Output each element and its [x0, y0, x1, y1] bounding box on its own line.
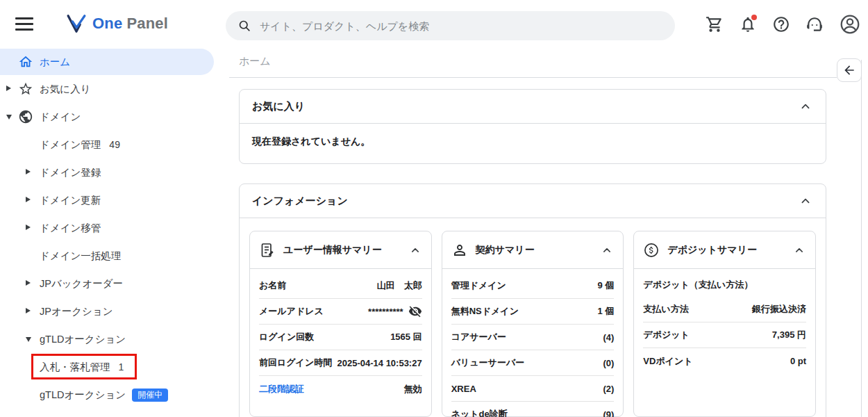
contract-summary-title: 契約サマリー — [476, 244, 535, 256]
sidebar-item-label: gTLDオークション — [40, 333, 126, 346]
expand-arrow-icon[interactable] — [26, 169, 31, 174]
row-label: デポジット — [643, 329, 690, 341]
contract-summary-card: 契約サマリー 管理ドメイン 9 個 無料NSドメイン 1 個 — [442, 231, 624, 417]
row-label: ログイン回数 — [259, 331, 314, 343]
search-input[interactable] — [260, 20, 649, 32]
expand-arrow-icon[interactable] — [6, 85, 11, 91]
sidebar-item-domain-register[interactable]: ドメイン登録 — [0, 158, 229, 186]
row-value: (0) — [603, 358, 614, 368]
sidebar-item-domain-management[interactable]: ドメイン管理 49 — [0, 131, 229, 158]
expand-arrow-icon[interactable] — [26, 308, 31, 313]
chevron-up-icon[interactable] — [798, 99, 813, 114]
information-card: インフォメーション ユーザー情報サマリー — [239, 183, 826, 417]
row-value: 7,395 円 — [772, 329, 806, 341]
help-icon[interactable] — [772, 15, 790, 33]
breadcrumb-bar: ホーム — [229, 49, 837, 78]
notifications-icon[interactable] — [739, 15, 757, 33]
table-row: 支払い方法 銀行振込決済 — [643, 297, 806, 322]
cart-icon[interactable] — [706, 15, 724, 33]
top-header: One Panel — [0, 0, 868, 49]
row-label: 管理ドメイン — [451, 279, 506, 292]
row-value: 2025-04-14 10:53:27 — [337, 358, 422, 368]
global-search[interactable] — [226, 11, 675, 40]
app-screen: One Panel — [0, 0, 868, 417]
sidebar-item-bid-management[interactable]: 入札・落札管理 1 — [0, 353, 229, 381]
sidebar-item-domain-renew[interactable]: ドメイン更新 — [0, 186, 229, 214]
dollar-circle-icon — [643, 242, 660, 259]
sidebar-item-gtld-auction-group[interactable]: gTLDオークション — [0, 325, 229, 353]
sidebar-item-jp-auction[interactable]: JPオークション — [0, 297, 229, 325]
sidebar-item-domain-bulk[interactable]: ドメイン一括処理 — [0, 242, 229, 270]
person-icon — [451, 242, 468, 259]
home-icon — [18, 54, 33, 70]
sidebar-item-label: JPバックオーダー — [40, 277, 123, 291]
chevron-up-icon[interactable] — [792, 243, 806, 257]
sidebar-item-label: gTLDオークション — [40, 389, 126, 402]
panel-collapse-button[interactable] — [837, 58, 862, 82]
row-label: デポジット（支払い方法） — [643, 279, 753, 291]
sidebar-item-label: ドメイン管理 — [40, 138, 101, 152]
collapse-arrow-icon[interactable] — [6, 115, 12, 120]
visibility-off-icon[interactable] — [408, 304, 422, 318]
expand-arrow-icon[interactable] — [26, 197, 31, 202]
user-summary-title: ユーザー情報サマリー — [283, 244, 382, 256]
information-card-header[interactable]: インフォメーション — [240, 184, 826, 218]
sidebar-item-jp-backorder[interactable]: JPバックオーダー — [0, 270, 229, 297]
arrow-left-icon — [842, 63, 856, 77]
row-value: 9 個 — [598, 279, 615, 292]
expand-arrow-icon[interactable] — [26, 224, 31, 230]
app-logo[interactable]: One Panel — [65, 13, 168, 34]
sidebar-item-favorites[interactable]: お気に入り — [0, 75, 229, 103]
deposit-summary-header[interactable]: デポジットサマリー — [634, 231, 815, 269]
sidebar-item-free-nameserver[interactable]: 無料ネームサーバー — [0, 409, 229, 417]
sidebar-item-label: ドメイン一括処理 — [40, 250, 121, 263]
support-icon[interactable] — [806, 15, 824, 33]
deposit-subheading: デポジット（支払い方法） — [643, 273, 806, 297]
row-value: ********** — [368, 304, 422, 318]
sidebar-item-label: ドメイン — [40, 111, 81, 124]
two-factor-link[interactable]: 二段階認証 — [259, 383, 304, 395]
logo-text-one: One — [92, 15, 122, 33]
breadcrumb[interactable]: ホーム — [239, 55, 271, 68]
contract-summary-rows: 管理ドメイン 9 個 無料NSドメイン 1 個 コアサーバー (4) — [442, 269, 624, 417]
table-row: XREA (2) — [451, 376, 615, 402]
table-row: VDポイント 0 pt — [643, 348, 806, 374]
sidebar-item-label: 入札・落札管理 — [40, 361, 110, 374]
row-value: 山田 太郎 — [377, 279, 422, 292]
row-value: 銀行振込決済 — [752, 303, 806, 316]
user-summary-header[interactable]: ユーザー情報サマリー — [250, 231, 431, 269]
row-label: ネットde診断 — [451, 408, 508, 417]
search-icon — [237, 19, 251, 33]
row-label: XREA — [451, 384, 476, 394]
deposit-summary-rows: デポジット（支払い方法） 支払い方法 銀行振込決済 デポジット 7,395 円 — [634, 269, 815, 374]
status-badge: 開催中 — [132, 389, 168, 402]
collapse-arrow-icon[interactable] — [26, 337, 31, 342]
chevron-up-icon[interactable] — [408, 243, 422, 257]
row-value: (2) — [603, 384, 614, 394]
table-row: コアサーバー (4) — [451, 325, 615, 350]
sidebar-item-gtld-auction[interactable]: gTLDオークション 開催中 — [0, 381, 229, 409]
deposit-summary-title: デポジットサマリー — [667, 244, 757, 256]
row-value: 1 個 — [598, 305, 615, 318]
chevron-up-icon[interactable] — [600, 243, 614, 257]
chevron-up-icon[interactable] — [798, 193, 813, 208]
row-value: 1565 回 — [390, 331, 422, 343]
row-label: コアサーバー — [451, 331, 506, 343]
header-icons — [690, 0, 861, 49]
contract-summary-header[interactable]: 契約サマリー — [442, 231, 624, 269]
account-icon[interactable] — [839, 13, 861, 35]
sidebar-item-label: ホーム — [40, 56, 70, 69]
sidebar-item-home[interactable]: ホーム — [0, 49, 214, 75]
menu-icon[interactable] — [15, 17, 33, 31]
row-value: (9) — [603, 409, 614, 417]
table-row: ログイン回数 1565 回 — [259, 325, 422, 350]
row-label: バリューサーバー — [451, 357, 525, 369]
sidebar-item-domain-transfer[interactable]: ドメイン移管 — [0, 214, 229, 242]
expand-arrow-icon[interactable] — [26, 280, 31, 286]
sidebar-item-domain[interactable]: ドメイン — [0, 103, 229, 131]
favorites-card: お気に入り 現在登録されていません。 — [239, 89, 826, 164]
sidebar-item-count: 49 — [109, 139, 120, 150]
right-panel-divider — [861, 60, 862, 417]
table-row: バリューサーバー (0) — [451, 350, 615, 376]
favorites-card-header[interactable]: お気に入り — [240, 90, 826, 124]
